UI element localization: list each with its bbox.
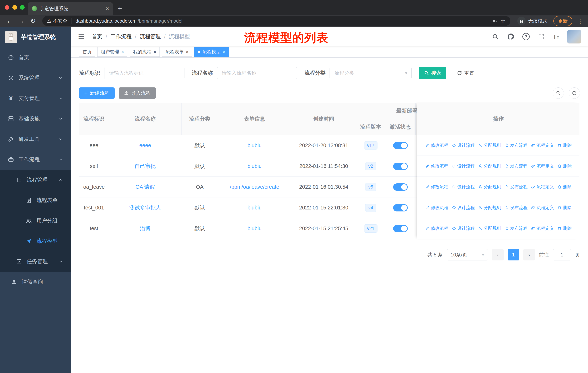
- category-select[interactable]: 流程分类 ▾: [330, 67, 411, 79]
- sidebar-item-user-group[interactable]: 用户分组: [0, 211, 71, 231]
- bookmark-star-icon[interactable]: ☆: [500, 18, 506, 24]
- tag-process-form[interactable]: 流程表单 ×: [162, 47, 192, 57]
- hamburger-icon[interactable]: ☰: [78, 32, 84, 41]
- edit-process-link[interactable]: 修改流程: [425, 225, 448, 231]
- deploy-process-link[interactable]: 发布流程: [504, 184, 528, 190]
- window-zoom-button[interactable]: [20, 5, 25, 10]
- process-name-link[interactable]: 滔博: [140, 225, 151, 232]
- password-key-icon[interactable]: [492, 18, 498, 24]
- sidebar-item-process-model[interactable]: 流程模型: [0, 231, 71, 251]
- edit-process-link[interactable]: 修改流程: [425, 205, 448, 211]
- tag-close-icon[interactable]: ×: [186, 50, 189, 54]
- app-logo[interactable]: 芋道管理系统: [0, 27, 71, 47]
- window-close-button[interactable]: [5, 5, 9, 10]
- sidebar-item-process-form[interactable]: 流程表单: [0, 190, 71, 211]
- deploy-process-link[interactable]: 发布流程: [504, 205, 528, 211]
- sidebar-item-task-management[interactable]: 任务管理: [0, 251, 71, 272]
- tab-close-icon[interactable]: ×: [106, 5, 109, 12]
- delete-link[interactable]: 删除: [557, 225, 572, 231]
- toggle-search-button[interactable]: [553, 87, 564, 99]
- assign-rule-link[interactable]: 分配规则: [478, 142, 501, 148]
- breadcrumb-home[interactable]: 首页: [92, 33, 102, 40]
- delete-link[interactable]: 删除: [557, 142, 572, 148]
- version-tag[interactable]: v17: [364, 141, 378, 150]
- sidebar-item-leave-query[interactable]: 请假查询: [0, 272, 71, 292]
- chrome-update-button[interactable]: 更新: [553, 16, 572, 26]
- assign-rule-link[interactable]: 分配规则: [478, 163, 501, 169]
- sidebar-item-process-management[interactable]: 流程管理: [0, 170, 71, 190]
- process-name-link[interactable]: 自己审批: [135, 163, 156, 170]
- sidebar-item-infrastructure[interactable]: 基础设施: [0, 109, 71, 129]
- edit-process-link[interactable]: 修改流程: [425, 184, 448, 190]
- active-toggle[interactable]: [393, 225, 408, 232]
- page-1-button[interactable]: 1: [508, 249, 519, 261]
- header-search-icon[interactable]: [492, 33, 499, 40]
- process-name-link[interactable]: eeee: [139, 142, 151, 148]
- edit-process-link[interactable]: 修改流程: [425, 142, 448, 148]
- tag-process-model[interactable]: 流程模型 ×: [194, 47, 229, 57]
- process-definition-link[interactable]: 流程定义: [531, 225, 554, 231]
- active-toggle[interactable]: [393, 204, 408, 212]
- sidebar-item-workflow[interactable]: 工作流程: [0, 149, 71, 170]
- sidebar-item-home[interactable]: 首页: [0, 47, 71, 68]
- fullscreen-icon[interactable]: [538, 33, 545, 40]
- sidebar-item-payment[interactable]: ¥ 支付管理: [0, 88, 71, 109]
- next-page-button[interactable]: ›: [523, 249, 535, 261]
- goto-page-input[interactable]: [553, 249, 571, 261]
- refresh-table-button[interactable]: [569, 87, 580, 99]
- tag-close-icon[interactable]: ×: [223, 50, 226, 54]
- process-definition-link[interactable]: 流程定义: [531, 142, 554, 148]
- version-tag[interactable]: v2: [365, 162, 376, 170]
- delete-link[interactable]: 删除: [557, 163, 572, 169]
- browser-menu-icon[interactable]: ⋮: [577, 17, 583, 25]
- tag-close-icon[interactable]: ×: [153, 50, 156, 54]
- version-tag[interactable]: v4: [365, 204, 376, 212]
- reload-icon[interactable]: ↻: [28, 17, 38, 25]
- breadcrumb-workflow[interactable]: 工作流程: [110, 33, 132, 40]
- search-button[interactable]: 搜索: [419, 67, 446, 79]
- design-process-link[interactable]: 设计流程: [452, 205, 475, 211]
- process-definition-link[interactable]: 流程定义: [531, 163, 554, 169]
- assign-rule-link[interactable]: 分配规则: [478, 205, 501, 211]
- back-icon[interactable]: ←: [5, 17, 15, 25]
- help-icon[interactable]: ?: [522, 33, 530, 40]
- process-name-input[interactable]: [217, 67, 297, 79]
- font-size-icon[interactable]: TT: [553, 33, 559, 40]
- sidebar-item-system[interactable]: 系统管理: [0, 68, 71, 88]
- deploy-process-link[interactable]: 发布流程: [504, 142, 528, 148]
- security-chip[interactable]: ⚠ 不安全: [47, 18, 67, 24]
- process-definition-link[interactable]: 流程定义: [531, 184, 554, 190]
- reset-button[interactable]: 重置: [452, 67, 479, 79]
- edit-process-link[interactable]: 修改流程: [425, 163, 448, 169]
- assign-rule-link[interactable]: 分配规则: [478, 184, 501, 190]
- github-icon[interactable]: [507, 33, 514, 40]
- user-avatar[interactable]: [567, 30, 581, 43]
- tag-my-process[interactable]: 我的流程 ×: [130, 47, 160, 57]
- form-link[interactable]: biubiu: [248, 142, 262, 148]
- forward-icon[interactable]: →: [16, 17, 26, 25]
- tag-tenant[interactable]: 租户管理 ×: [97, 47, 127, 57]
- design-process-link[interactable]: 设计流程: [452, 225, 475, 231]
- process-name-link[interactable]: OA 请假: [136, 183, 155, 191]
- deploy-process-link[interactable]: 发布流程: [504, 225, 528, 231]
- tag-close-icon[interactable]: ×: [121, 50, 124, 54]
- window-minimize-button[interactable]: [12, 5, 17, 10]
- assign-rule-link[interactable]: 分配规则: [478, 225, 501, 231]
- active-toggle[interactable]: [393, 142, 408, 149]
- process-name-link[interactable]: 测试多审批人: [129, 204, 161, 212]
- page-size-select[interactable]: 10条/页 ▾: [447, 249, 488, 261]
- form-link[interactable]: biubiu: [248, 163, 262, 169]
- new-tab-button[interactable]: +: [118, 5, 122, 12]
- active-toggle[interactable]: [393, 163, 408, 170]
- create-process-button[interactable]: + 新建流程: [79, 87, 115, 99]
- delete-link[interactable]: 删除: [557, 184, 572, 190]
- version-tag[interactable]: v21: [364, 224, 378, 232]
- browser-tab[interactable]: 芋道管理系统 ×: [28, 2, 113, 15]
- form-link[interactable]: /bpm/oa/leave/create: [230, 184, 279, 190]
- version-tag[interactable]: v5: [365, 183, 376, 191]
- form-link[interactable]: biubiu: [248, 205, 262, 211]
- form-link[interactable]: biubiu: [248, 225, 262, 232]
- tag-home[interactable]: 首页: [79, 47, 95, 57]
- prev-page-button[interactable]: ‹: [492, 249, 504, 261]
- design-process-link[interactable]: 设计流程: [452, 142, 475, 148]
